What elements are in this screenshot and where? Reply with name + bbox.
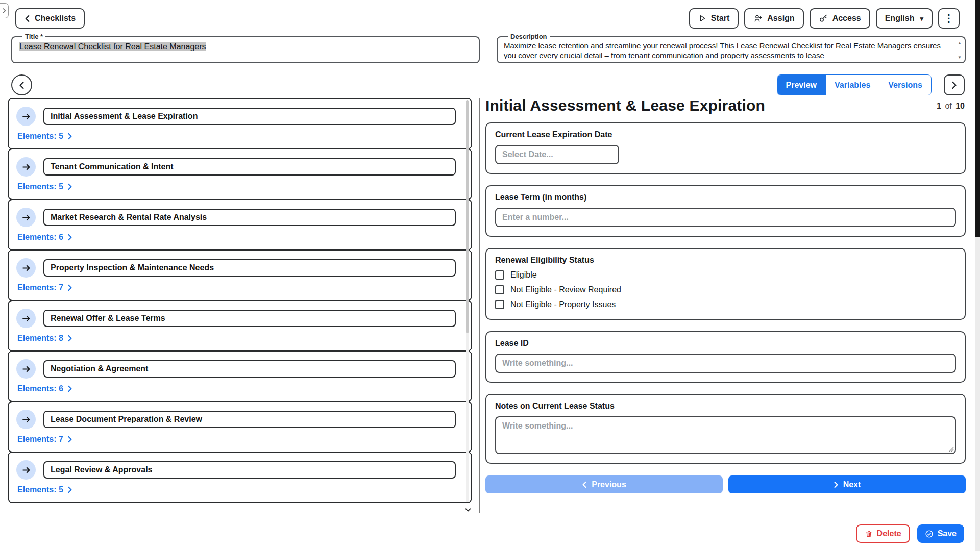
assign-person-add-icon bbox=[753, 14, 763, 23]
section-go-button[interactable] bbox=[16, 410, 36, 429]
section-title[interactable]: Tenant Communication & Intent bbox=[43, 158, 456, 176]
section-title[interactable]: Property Inspection & Maintenance Needs bbox=[43, 259, 456, 277]
section-elements-link[interactable]: Elements: 5 bbox=[17, 485, 72, 494]
arrow-right-icon bbox=[21, 213, 31, 222]
list-item[interactable]: Legal Review & Approvals Elements: 5 bbox=[8, 452, 472, 503]
field-card-lease-id: Lease ID bbox=[485, 331, 966, 383]
list-item[interactable]: Renewal Offer & Lease Terms Elements: 8 bbox=[8, 300, 472, 352]
list-item[interactable]: Initial Assessment & Lease Expiration El… bbox=[8, 98, 472, 149]
section-elements-label: Elements: 7 bbox=[17, 283, 63, 292]
section-elements-link[interactable]: Elements: 6 bbox=[17, 384, 72, 393]
assign-button[interactable]: Assign bbox=[744, 8, 803, 29]
start-button[interactable]: Start bbox=[689, 8, 739, 29]
sections-back-button[interactable] bbox=[11, 74, 32, 95]
sidebar-expand-tab[interactable] bbox=[0, 3, 9, 18]
field-label: Lease Term (in months) bbox=[495, 193, 956, 202]
chevron-left-icon bbox=[18, 81, 25, 89]
sections-forward-button[interactable] bbox=[944, 74, 965, 95]
previous-label: Previous bbox=[592, 480, 626, 489]
field-label: Renewal Eligibility Status bbox=[495, 256, 956, 265]
meta-fields-row: Title * Lease Renewal Checklist for Real… bbox=[11, 33, 966, 63]
chevron-down-icon bbox=[465, 508, 471, 512]
section-go-button[interactable] bbox=[16, 359, 36, 379]
section-elements-link[interactable]: Elements: 6 bbox=[17, 233, 72, 242]
access-button[interactable]: Access bbox=[810, 8, 870, 29]
language-dropdown[interactable]: English ▾ bbox=[876, 8, 933, 29]
section-elements-link[interactable]: Elements: 8 bbox=[17, 334, 72, 343]
notes-textarea[interactable] bbox=[495, 416, 956, 454]
section-go-button[interactable] bbox=[16, 309, 36, 328]
list-item[interactable]: Market Research & Rental Rate Analysis E… bbox=[8, 199, 472, 251]
preview-panel: Initial Assessment & Lease Expiration 1 … bbox=[485, 97, 966, 493]
arrow-right-icon bbox=[21, 112, 31, 121]
page-scrollbar-thumb[interactable] bbox=[975, 0, 980, 237]
section-title[interactable]: Renewal Offer & Lease Terms bbox=[43, 310, 456, 327]
section-title[interactable]: Negotiation & Agreement bbox=[43, 360, 456, 378]
section-elements-label: Elements: 6 bbox=[17, 384, 63, 393]
sections-scrollbar[interactable] bbox=[466, 100, 469, 502]
section-go-button[interactable] bbox=[16, 460, 36, 480]
section-nav-row: Preview Variables Versions bbox=[11, 74, 965, 95]
section-title[interactable]: Market Research & Rental Rate Analysis bbox=[43, 209, 456, 226]
section-elements-label: Elements: 6 bbox=[17, 233, 63, 242]
sections-scrollbar-thumb[interactable] bbox=[466, 100, 469, 333]
section-go-button[interactable] bbox=[16, 208, 36, 227]
section-title[interactable]: Legal Review & Approvals bbox=[43, 461, 456, 479]
sections-panel: Initial Assessment & Lease Expiration El… bbox=[8, 98, 472, 513]
lease-id-input[interactable] bbox=[495, 354, 956, 373]
section-elements-link[interactable]: Elements: 7 bbox=[17, 435, 72, 444]
field-label: Current Lease Expiration Date bbox=[495, 130, 956, 139]
section-elements-link[interactable]: Elements: 5 bbox=[17, 182, 72, 191]
save-label: Save bbox=[938, 529, 957, 538]
title-field-label: Title * bbox=[22, 33, 45, 40]
chevron-right-icon bbox=[67, 234, 72, 241]
list-item[interactable]: Lease Document Preparation & Review Elem… bbox=[8, 401, 472, 453]
panel-divider bbox=[479, 98, 480, 513]
more-options-button[interactable]: ⋮ bbox=[938, 8, 960, 29]
resize-handle-icon[interactable] bbox=[949, 447, 954, 452]
section-title[interactable]: Lease Document Preparation & Review bbox=[43, 411, 456, 428]
title-input[interactable]: Lease Renewal Checklist for Real Estate … bbox=[17, 40, 474, 55]
back-to-checklists-button[interactable]: Checklists bbox=[15, 8, 85, 29]
checkbox-eligible[interactable] bbox=[495, 270, 504, 280]
section-go-button[interactable] bbox=[16, 258, 36, 278]
sections-scroll-down-button[interactable] bbox=[465, 508, 471, 512]
save-button[interactable]: Save bbox=[917, 524, 964, 543]
section-elements-label: Elements: 7 bbox=[17, 435, 63, 444]
lease-term-input[interactable] bbox=[495, 208, 956, 227]
pager: Previous Next bbox=[485, 475, 966, 493]
field-label: Notes on Current Lease Status bbox=[495, 402, 956, 411]
section-title[interactable]: Initial Assessment & Lease Expiration bbox=[43, 108, 456, 125]
section-go-button[interactable] bbox=[16, 157, 36, 177]
expiration-date-input[interactable] bbox=[495, 145, 619, 164]
checkbox-not-eligible-property[interactable] bbox=[495, 300, 504, 309]
tab-versions[interactable]: Versions bbox=[879, 75, 931, 95]
section-go-button[interactable] bbox=[16, 107, 36, 126]
chevron-right-icon bbox=[2, 8, 6, 14]
previous-button[interactable]: Previous bbox=[485, 475, 723, 493]
tab-preview[interactable]: Preview bbox=[777, 75, 825, 95]
section-elements-link[interactable]: Elements: 7 bbox=[17, 283, 72, 292]
arrow-right-icon bbox=[21, 415, 31, 424]
list-item[interactable]: Property Inspection & Maintenance Needs … bbox=[8, 249, 472, 301]
scroll-up-icon: ▲ bbox=[958, 41, 962, 45]
description-scrollbar[interactable]: ▲ ▼ bbox=[957, 41, 963, 60]
tab-variables[interactable]: Variables bbox=[825, 75, 879, 95]
chevron-right-icon bbox=[67, 335, 72, 342]
field-card-eligibility-status: Renewal Eligibility Status Eligible Not … bbox=[485, 248, 966, 320]
chevron-left-icon bbox=[24, 15, 30, 22]
page-indicator: 1 of 10 bbox=[937, 102, 965, 111]
list-item[interactable]: Negotiation & Agreement Elements: 6 bbox=[8, 350, 472, 402]
start-label: Start bbox=[711, 14, 729, 23]
list-item[interactable]: Tenant Communication & Intent Elements: … bbox=[8, 148, 472, 200]
field-card-expiration-date: Current Lease Expiration Date bbox=[485, 122, 966, 174]
section-elements-link[interactable]: Elements: 5 bbox=[17, 132, 72, 141]
next-button[interactable]: Next bbox=[728, 475, 966, 493]
checkbox-not-eligible-review[interactable] bbox=[495, 285, 504, 294]
checkbox-option: Eligible bbox=[495, 270, 956, 280]
delete-button[interactable]: Delete bbox=[856, 524, 910, 543]
checkbox-option: Not Eligible - Property Issues bbox=[495, 300, 956, 309]
section-elements-label: Elements: 5 bbox=[17, 132, 63, 141]
description-input[interactable]: Maximize lease retention and streamline … bbox=[503, 40, 952, 59]
page-scrollbar[interactable] bbox=[975, 0, 980, 551]
